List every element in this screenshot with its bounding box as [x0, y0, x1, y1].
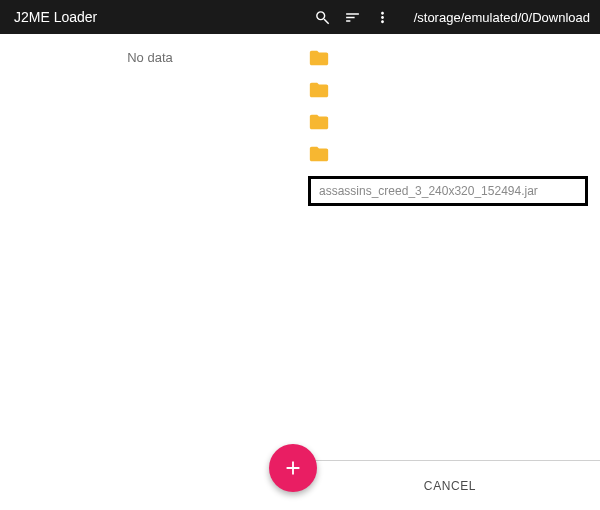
- add-fab[interactable]: [269, 444, 317, 492]
- list-item[interactable]: [308, 74, 600, 106]
- file-list: assassins_creed_3_240x320_152494.jar: [300, 34, 600, 206]
- list-item[interactable]: [308, 138, 600, 170]
- sort-icon[interactable]: [340, 4, 366, 30]
- folder-icon: [308, 79, 330, 101]
- more-vert-icon[interactable]: [370, 4, 396, 30]
- content-area: No data assassins_creed_3_240x320_152494…: [0, 34, 600, 510]
- file-item-jar[interactable]: assassins_creed_3_240x320_152494.jar: [308, 176, 588, 206]
- search-icon[interactable]: [310, 4, 336, 30]
- list-item[interactable]: [308, 106, 600, 138]
- right-pane-file-picker: assassins_creed_3_240x320_152494.jar CAN…: [300, 34, 600, 510]
- app-toolbar: J2ME Loader /storage/emulated/0/Download: [0, 0, 600, 34]
- cancel-button[interactable]: CANCEL: [424, 479, 476, 493]
- left-pane: No data: [0, 34, 300, 510]
- app-title: J2ME Loader: [14, 9, 97, 25]
- bottom-action-bar: CANCEL: [300, 460, 600, 510]
- empty-state-text: No data: [0, 50, 300, 65]
- list-item[interactable]: [308, 42, 600, 74]
- file-name-label: assassins_creed_3_240x320_152494.jar: [319, 184, 538, 198]
- folder-icon: [308, 47, 330, 69]
- folder-icon: [308, 111, 330, 133]
- folder-icon: [308, 143, 330, 165]
- plus-icon: [282, 457, 304, 479]
- current-path: /storage/emulated/0/Download: [414, 10, 590, 25]
